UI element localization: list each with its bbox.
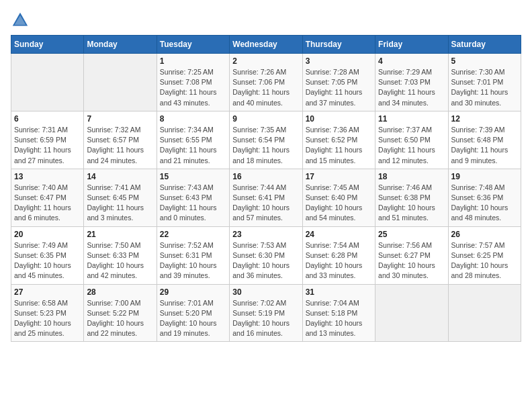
calendar-cell: 30Sunrise: 7:02 AMSunset: 5:19 PMDayligh… [230, 284, 302, 342]
day-info: Sunrise: 7:00 AMSunset: 5:22 PMDaylight:… [87, 298, 153, 339]
day-number: 19 [451, 172, 518, 181]
day-number: 17 [306, 172, 372, 181]
day-number: 28 [87, 287, 153, 297]
calendar-cell: 24Sunrise: 7:54 AMSunset: 6:28 PMDayligh… [302, 226, 375, 284]
calendar-cell: 3Sunrise: 7:28 AMSunset: 7:05 PMDaylight… [302, 54, 375, 111]
header-friday: Friday [375, 36, 448, 54]
logo-icon [11, 11, 30, 30]
day-info: Sunrise: 7:37 AMSunset: 6:50 PMDaylight:… [378, 125, 445, 166]
day-number: 16 [232, 172, 299, 181]
day-number: 15 [160, 172, 226, 181]
day-info: Sunrise: 7:28 AMSunset: 7:05 PMDaylight:… [306, 67, 372, 108]
calendar-cell: 25Sunrise: 7:56 AMSunset: 6:27 PMDayligh… [375, 226, 448, 284]
day-number: 13 [14, 172, 81, 181]
week-row-1: 6Sunrise: 7:31 AMSunset: 6:59 PMDaylight… [11, 111, 521, 169]
calendar-cell: 17Sunrise: 7:45 AMSunset: 6:40 PMDayligh… [302, 169, 375, 226]
calendar-cell: 4Sunrise: 7:29 AMSunset: 7:03 PMDaylight… [375, 54, 448, 111]
calendar-cell [375, 284, 448, 342]
calendar-cell: 13Sunrise: 7:40 AMSunset: 6:47 PMDayligh… [11, 169, 84, 226]
day-number: 12 [451, 114, 518, 124]
day-info: Sunrise: 7:39 AMSunset: 6:48 PMDaylight:… [451, 125, 518, 166]
day-info: Sunrise: 7:35 AMSunset: 6:54 PMDaylight:… [232, 125, 299, 166]
calendar-cell [11, 54, 84, 111]
day-number: 6 [14, 114, 81, 124]
day-info: Sunrise: 7:25 AMSunset: 7:08 PMDaylight:… [160, 67, 226, 108]
calendar-cell: 5Sunrise: 7:30 AMSunset: 7:01 PMDaylight… [448, 54, 521, 111]
header-thursday: Thursday [302, 36, 375, 54]
page-header [11, 11, 521, 30]
day-info: Sunrise: 7:36 AMSunset: 6:52 PMDaylight:… [306, 125, 372, 166]
day-number: 4 [378, 56, 445, 66]
day-number: 31 [306, 287, 372, 297]
day-number: 30 [232, 287, 299, 297]
day-info: Sunrise: 7:26 AMSunset: 7:06 PMDaylight:… [232, 67, 299, 108]
day-number: 26 [451, 230, 518, 239]
calendar-cell: 16Sunrise: 7:44 AMSunset: 6:41 PMDayligh… [230, 169, 302, 226]
day-info: Sunrise: 7:02 AMSunset: 5:19 PMDaylight:… [232, 298, 299, 339]
day-info: Sunrise: 7:43 AMSunset: 6:43 PMDaylight:… [160, 183, 226, 224]
calendar-cell: 18Sunrise: 7:46 AMSunset: 6:38 PMDayligh… [375, 169, 448, 226]
day-number: 7 [87, 114, 153, 124]
week-row-3: 20Sunrise: 7:49 AMSunset: 6:35 PMDayligh… [11, 226, 521, 284]
calendar-cell [448, 284, 521, 342]
day-number: 24 [306, 230, 372, 239]
day-number: 25 [378, 230, 445, 239]
header-wednesday: Wednesday [230, 36, 302, 54]
calendar-cell: 14Sunrise: 7:41 AMSunset: 6:45 PMDayligh… [84, 169, 157, 226]
day-info: Sunrise: 7:48 AMSunset: 6:36 PMDaylight:… [451, 183, 518, 224]
day-number: 10 [306, 114, 372, 124]
day-info: Sunrise: 7:44 AMSunset: 6:41 PMDaylight:… [232, 183, 299, 224]
day-info: Sunrise: 7:32 AMSunset: 6:57 PMDaylight:… [87, 125, 153, 166]
calendar-cell: 1Sunrise: 7:25 AMSunset: 7:08 PMDaylight… [157, 54, 229, 111]
calendar-cell: 10Sunrise: 7:36 AMSunset: 6:52 PMDayligh… [302, 111, 375, 169]
calendar-cell [84, 54, 157, 111]
calendar-cell: 15Sunrise: 7:43 AMSunset: 6:43 PMDayligh… [157, 169, 229, 226]
day-info: Sunrise: 7:46 AMSunset: 6:38 PMDaylight:… [378, 183, 445, 224]
day-info: Sunrise: 7:52 AMSunset: 6:31 PMDaylight:… [160, 240, 226, 281]
day-info: Sunrise: 7:04 AMSunset: 5:18 PMDaylight:… [306, 298, 372, 339]
logo [11, 11, 32, 30]
day-number: 22 [160, 230, 226, 239]
day-info: Sunrise: 7:56 AMSunset: 6:27 PMDaylight:… [378, 240, 445, 281]
day-info: Sunrise: 7:29 AMSunset: 7:03 PMDaylight:… [378, 67, 445, 108]
calendar-cell: 27Sunrise: 6:58 AMSunset: 5:23 PMDayligh… [11, 284, 84, 342]
header-sunday: Sunday [11, 36, 84, 54]
calendar-table: SundayMondayTuesdayWednesdayThursdayFrid… [11, 35, 521, 342]
calendar-cell: 22Sunrise: 7:52 AMSunset: 6:31 PMDayligh… [157, 226, 229, 284]
calendar-cell: 21Sunrise: 7:50 AMSunset: 6:33 PMDayligh… [84, 226, 157, 284]
day-number: 20 [14, 230, 81, 239]
calendar-cell: 19Sunrise: 7:48 AMSunset: 6:36 PMDayligh… [448, 169, 521, 226]
day-number: 23 [232, 230, 299, 239]
calendar-cell: 7Sunrise: 7:32 AMSunset: 6:57 PMDaylight… [84, 111, 157, 169]
calendar-cell: 20Sunrise: 7:49 AMSunset: 6:35 PMDayligh… [11, 226, 84, 284]
calendar-header-row: SundayMondayTuesdayWednesdayThursdayFrid… [11, 36, 521, 54]
day-info: Sunrise: 7:45 AMSunset: 6:40 PMDaylight:… [306, 183, 372, 224]
day-info: Sunrise: 7:53 AMSunset: 6:30 PMDaylight:… [232, 240, 299, 281]
day-number: 21 [87, 230, 153, 239]
day-number: 3 [306, 56, 372, 66]
header-saturday: Saturday [448, 36, 521, 54]
day-number: 11 [378, 114, 445, 124]
header-tuesday: Tuesday [157, 36, 229, 54]
calendar-cell: 29Sunrise: 7:01 AMSunset: 5:20 PMDayligh… [157, 284, 229, 342]
day-info: Sunrise: 7:50 AMSunset: 6:33 PMDaylight:… [87, 240, 153, 281]
day-info: Sunrise: 7:31 AMSunset: 6:59 PMDaylight:… [14, 125, 81, 166]
calendar-cell: 6Sunrise: 7:31 AMSunset: 6:59 PMDaylight… [11, 111, 84, 169]
calendar-cell: 2Sunrise: 7:26 AMSunset: 7:06 PMDaylight… [230, 54, 302, 111]
calendar-cell: 28Sunrise: 7:00 AMSunset: 5:22 PMDayligh… [84, 284, 157, 342]
calendar-cell: 31Sunrise: 7:04 AMSunset: 5:18 PMDayligh… [302, 284, 375, 342]
day-info: Sunrise: 7:01 AMSunset: 5:20 PMDaylight:… [160, 298, 226, 339]
day-number: 2 [232, 56, 299, 66]
day-number: 18 [378, 172, 445, 181]
calendar-cell: 12Sunrise: 7:39 AMSunset: 6:48 PMDayligh… [448, 111, 521, 169]
day-info: Sunrise: 7:30 AMSunset: 7:01 PMDaylight:… [451, 67, 518, 108]
day-number: 5 [451, 56, 518, 66]
day-info: Sunrise: 6:58 AMSunset: 5:23 PMDaylight:… [14, 298, 81, 339]
day-number: 29 [160, 287, 226, 297]
calendar-cell: 8Sunrise: 7:34 AMSunset: 6:55 PMDaylight… [157, 111, 229, 169]
calendar-cell: 23Sunrise: 7:53 AMSunset: 6:30 PMDayligh… [230, 226, 302, 284]
day-info: Sunrise: 7:57 AMSunset: 6:25 PMDaylight:… [451, 240, 518, 281]
day-number: 9 [232, 114, 299, 124]
week-row-4: 27Sunrise: 6:58 AMSunset: 5:23 PMDayligh… [11, 284, 521, 342]
day-number: 1 [160, 56, 226, 66]
